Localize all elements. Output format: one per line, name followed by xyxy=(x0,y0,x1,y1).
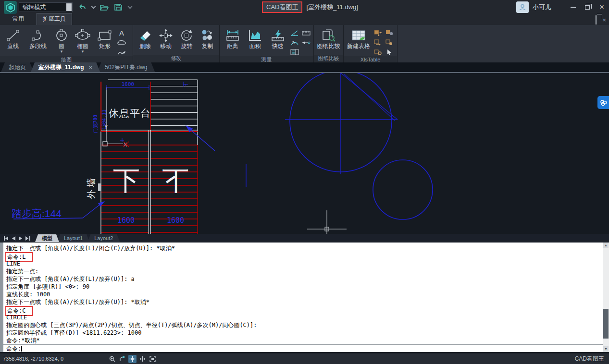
layout-tab-bar: 模型 Layout1 Layout2 xyxy=(0,234,609,243)
user-avatar[interactable] xyxy=(516,1,529,13)
last-tab-icon[interactable] xyxy=(25,236,30,241)
command-input-line[interactable]: 命令: xyxy=(3,344,609,352)
tab-model[interactable]: 模型 xyxy=(35,234,59,242)
table-pick-button[interactable] xyxy=(384,48,395,56)
crosshair-toggle-icon[interactable] xyxy=(128,355,137,363)
edit-mode-dropdown-button[interactable] xyxy=(66,3,72,11)
table-link-button[interactable] xyxy=(384,38,395,47)
ribbon-tab-row: 常用 扩展工具 × xyxy=(0,14,609,25)
edit-mode-select[interactable]: 编辑模式 xyxy=(19,2,73,12)
tab-layout2[interactable]: Layout2 xyxy=(87,234,120,242)
app-name-badge: CAD看图王 xyxy=(262,1,302,13)
distance-button[interactable]: 距离 xyxy=(222,27,243,55)
rectangle-button[interactable]: 矩形 xyxy=(94,27,115,55)
doc-tab-close-icon[interactable]: × xyxy=(89,64,93,71)
minimize-button[interactable] xyxy=(566,0,580,14)
move-button[interactable]: 移动 xyxy=(156,27,175,55)
cad-drawing[interactable]: 1600 门宽700 1504.11 休息平台 Y X 上 下 下 1600 1… xyxy=(0,73,609,234)
cloud-sync-button[interactable] xyxy=(597,96,609,109)
command-line-panel[interactable]: 指定下一点或 [角度(A)/长度(L)/闭合(C)/放弃(U)]: *取消* 命… xyxy=(0,243,609,352)
command-history-line: 命令:*取消* xyxy=(3,337,609,344)
zoom-tool-icon[interactable] xyxy=(108,355,116,363)
mdi-restore-button[interactable] xyxy=(596,16,597,24)
mdi-close-button[interactable]: × xyxy=(602,18,606,23)
app-logo-icon[interactable] xyxy=(4,1,17,14)
rotate-button[interactable]: 旋转 xyxy=(177,27,197,55)
dimension-toggle-button[interactable] xyxy=(301,38,311,47)
doc-tab-other-drawing[interactable]: 502동PIT층.dwg xyxy=(97,62,155,72)
ellipse-button[interactable]: 椭圆 ▾ xyxy=(72,27,93,55)
command-history-line: LINE xyxy=(3,260,609,267)
command-scrollbar[interactable]: ▲ ▼ xyxy=(603,243,609,352)
command-history-line: 直线长度: 1000 xyxy=(3,291,609,298)
tab-common[interactable]: 常用 xyxy=(7,13,30,25)
scrollbar-thumb[interactable] xyxy=(603,309,609,339)
cursor-arrow-icon xyxy=(386,49,393,55)
table-update-button[interactable] xyxy=(373,38,383,47)
restore-button[interactable] xyxy=(580,0,595,14)
stair-down-right-label: 下 xyxy=(162,165,188,195)
tab-extended-tools[interactable]: 扩展工具 xyxy=(37,13,72,25)
toolbar-customize-icon[interactable] xyxy=(127,2,132,12)
copy-button[interactable]: 复制 xyxy=(198,27,217,55)
ribbon: 直线 多段线 圆 ▾ 椭圆 ▾ xyxy=(0,25,609,62)
table-import-button[interactable] xyxy=(373,29,383,37)
circle-dropdown-icon[interactable]: ▾ xyxy=(61,49,63,53)
rest-platform-label: 休息平台 xyxy=(109,108,151,119)
list-measure-button[interactable] xyxy=(289,48,300,56)
arc-measure-button[interactable] xyxy=(289,38,300,47)
next-tab-icon[interactable] xyxy=(19,236,22,241)
polyline-snap-icon[interactable] xyxy=(118,355,126,363)
text-tool-button[interactable]: A xyxy=(116,29,127,37)
command-history-line: 指定角度 [参照(R)] <0>: 90 xyxy=(3,283,609,291)
new-table-button[interactable]: 新建表格 xyxy=(346,27,372,55)
ruler-settings-button[interactable] xyxy=(301,29,311,37)
xlstable-group-label: XlsTable xyxy=(344,56,397,63)
close-button[interactable]: × xyxy=(595,0,609,14)
dimension-arrow-icon xyxy=(302,40,311,46)
table-settings-button[interactable] xyxy=(373,48,383,56)
scroll-down-icon[interactable]: ▼ xyxy=(603,346,609,352)
save-icon[interactable] xyxy=(113,2,123,12)
undo-dropdown-icon[interactable] xyxy=(91,2,95,12)
undo-icon[interactable] xyxy=(77,2,87,12)
zoom-extents-icon[interactable] xyxy=(149,355,157,363)
area-button[interactable]: 面积 xyxy=(244,27,266,55)
cad-circle-small xyxy=(373,160,433,219)
cloud-icon xyxy=(117,40,126,46)
leader-arrow xyxy=(98,201,105,206)
command-history-line: 命令:L xyxy=(3,252,609,260)
draw-group-label: 绘图 xyxy=(0,56,133,63)
text-tool-icon: A xyxy=(119,29,124,37)
polyline-icon xyxy=(31,28,45,43)
polyline-button[interactable]: 多段线 xyxy=(25,27,51,55)
stair-down-left-label: 下 xyxy=(113,165,140,195)
first-tab-icon[interactable] xyxy=(4,236,9,241)
drawing-compare-button[interactable]: 图纸比较 xyxy=(316,27,341,55)
stair-up-mark: 上 xyxy=(183,82,188,87)
drawing-compare-icon xyxy=(321,28,336,43)
doc-tab-active-drawing[interactable]: 室外楼梯_11.dwg × xyxy=(31,62,100,72)
tab-layout1[interactable]: Layout1 xyxy=(57,234,89,242)
circle-button[interactable]: 圆 ▾ xyxy=(52,27,71,55)
ellipse-dropdown-icon[interactable]: ▾ xyxy=(82,49,84,53)
prev-tab-icon[interactable] xyxy=(12,236,15,241)
line-icon xyxy=(6,28,20,43)
command-history-line: 指定第一点: xyxy=(3,267,609,275)
table-export-button[interactable] xyxy=(384,29,395,37)
erase-button[interactable]: 删除 xyxy=(135,27,155,55)
split-view-icon[interactable] xyxy=(138,355,147,363)
quick-measure-button[interactable]: 快速 xyxy=(267,27,288,55)
doc-tab-start-page[interactable]: 起始页 xyxy=(1,62,34,72)
scroll-up-icon[interactable]: ▲ xyxy=(603,243,609,248)
sketch-button[interactable] xyxy=(116,48,127,56)
rotate-icon xyxy=(179,28,194,43)
circle-icon xyxy=(54,28,69,43)
mdi-window-controls: × xyxy=(590,16,606,24)
line-button[interactable]: 直线 xyxy=(2,27,24,55)
drawing-canvas[interactable]: 1600 门宽700 1504.11 休息平台 Y X 上 下 下 1600 1… xyxy=(0,73,609,234)
new-table-icon xyxy=(351,28,366,43)
revision-cloud-button[interactable] xyxy=(116,38,127,47)
open-file-icon[interactable] xyxy=(99,2,109,12)
angle-measure-button[interactable] xyxy=(289,29,300,37)
